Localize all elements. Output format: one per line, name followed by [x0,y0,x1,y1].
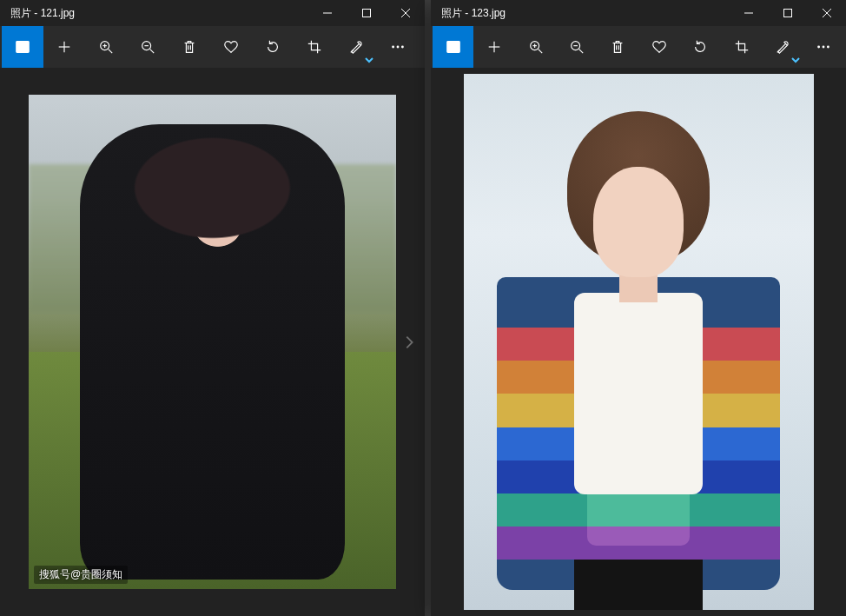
window-title: 照片 - 121.jpg [0,6,307,21]
svg-point-38 [823,46,825,49]
minimize-button[interactable] [729,0,768,26]
crop-button[interactable] [721,26,762,68]
svg-line-13 [150,50,155,54]
zoom-in-button[interactable] [85,26,127,68]
rotate-button[interactable] [679,26,720,68]
draw-button[interactable] [335,26,377,68]
image-viewer[interactable] [431,68,846,616]
titlebar[interactable]: 照片 - 123.jpg [431,0,846,26]
chevron-down-icon [365,52,373,61]
next-image-button[interactable] [393,311,425,374]
photo: 搜狐号@贵圈须知 [29,95,396,589]
rotate-button[interactable] [252,26,294,68]
svg-rect-4 [17,42,29,53]
svg-line-9 [109,50,113,54]
window-title: 照片 - 123.jpg [431,6,729,21]
svg-point-17 [392,46,394,49]
favorite-button[interactable] [638,26,679,68]
svg-point-5 [19,44,22,47]
svg-point-37 [818,46,821,49]
chevron-down-icon [791,52,800,61]
photos-window: 照片 - 121.jpg搜狐号@贵圈须知 [0,0,425,616]
titlebar[interactable]: 照片 - 121.jpg [0,0,425,26]
more-button[interactable] [377,26,419,68]
close-button[interactable] [386,0,425,26]
svg-rect-1 [362,10,370,17]
photos-window: 照片 - 123.jpg [431,0,846,616]
svg-point-25 [450,44,453,47]
view-collection-button[interactable] [2,26,43,68]
delete-button[interactable] [598,26,638,68]
svg-rect-21 [783,10,791,17]
delete-button[interactable] [169,26,210,68]
maximize-button[interactable] [347,0,386,26]
toolbar [0,26,425,68]
crop-button[interactable] [294,26,335,68]
zoom-out-button[interactable] [127,26,169,68]
svg-line-29 [538,50,542,54]
view-collection-button[interactable] [433,26,473,68]
toolbar [431,26,846,68]
image-viewer[interactable]: 搜狐号@贵圈须知 [0,68,425,616]
zoom-in-button[interactable] [515,26,556,68]
svg-point-19 [401,46,404,49]
draw-button[interactable] [762,26,803,68]
close-button[interactable] [807,0,846,26]
more-button[interactable] [803,26,844,68]
photo [464,74,814,610]
svg-point-18 [397,46,400,49]
watermark: 搜狐号@贵圈须知 [34,566,128,584]
svg-rect-24 [447,42,459,53]
zoom-out-button[interactable] [556,26,597,68]
svg-point-39 [827,46,829,49]
minimize-button[interactable] [307,0,347,26]
maximize-button[interactable] [768,0,807,26]
add-button[interactable] [43,26,85,68]
svg-line-33 [579,50,584,54]
add-button[interactable] [473,26,514,68]
favorite-button[interactable] [210,26,252,68]
